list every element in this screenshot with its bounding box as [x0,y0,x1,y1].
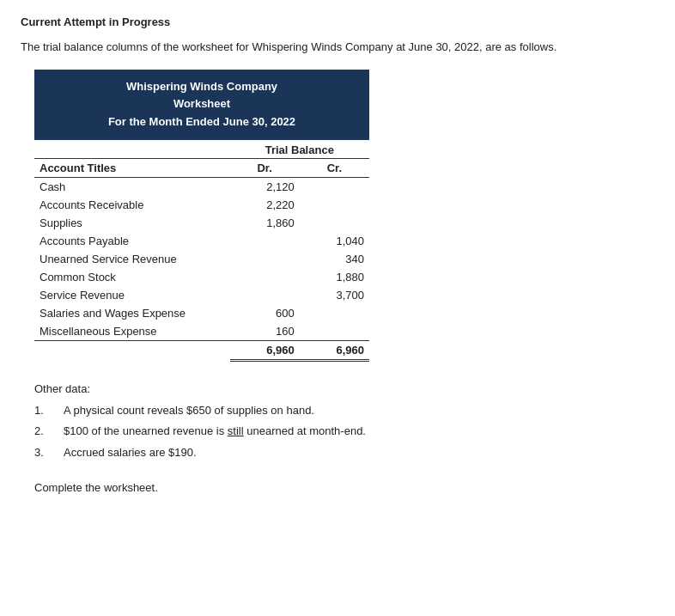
other-data-list: 1.A physical count reveals $650 of suppl… [34,402,654,461]
dr-cell: 2,220 [230,196,300,214]
trial-balance-col-header: Trial Balance [230,140,369,159]
dr-cell: 160 [230,322,300,341]
complete-label: Complete the worksheet. [34,481,654,494]
cr-cell [300,214,369,232]
total-row: 6,9606,960 [34,340,369,360]
trial-balance-header-row: Trial Balance [34,140,369,159]
complete-section: Complete the worksheet. [34,481,654,494]
account-name-cell: Salaries and Wages Expense [34,304,230,322]
other-data-item: 2.$100 of the unearned revenue is still … [34,423,654,440]
table-row: Accounts Receivable2,220 [34,196,369,214]
list-item-num: 2. [34,423,50,440]
account-name-cell: Miscellaneous Expense [34,322,230,341]
cr-header: Cr. [300,158,369,177]
table-row: Miscellaneous Expense160 [34,322,369,341]
other-data-item: 1.A physical count reveals $650 of suppl… [34,402,654,419]
table-row: Salaries and Wages Expense600 [34,304,369,322]
dr-cell [230,268,300,286]
account-name-cell: Unearned Service Revenue [34,250,230,268]
company-name: Whispering Winds Company [45,78,359,96]
dr-header: Dr. [230,158,300,177]
worksheet-container: Whispering Winds Company Worksheet For t… [34,70,369,362]
total-cr-cell: 6,960 [300,340,369,360]
account-name-cell: Accounts Receivable [34,196,230,214]
table-row: Accounts Payable1,040 [34,232,369,250]
cr-cell: 1,880 [300,268,369,286]
account-titles-header: Account Titles [34,158,230,177]
current-attempt-text: Current Attempt in Progress [21,15,654,28]
cr-cell: 3,700 [300,286,369,304]
dr-cell [230,232,300,250]
other-data-title: Other data: [34,382,654,395]
dr-cell: 2,120 [230,177,300,196]
table-row: Cash2,120 [34,177,369,196]
dr-cell: 1,860 [230,214,300,232]
account-name-cell: Accounts Payable [34,232,230,250]
worksheet-header: Whispering Winds Company Worksheet For t… [34,70,369,140]
list-item-num: 3. [34,444,50,461]
account-name-cell: Cash [34,177,230,196]
dr-cell: 600 [230,304,300,322]
other-data-item: 3.Accrued salaries are $190. [34,444,654,461]
total-account-cell [34,340,230,360]
cr-cell [300,196,369,214]
table-row: Common Stock1,880 [34,268,369,286]
account-name-cell: Common Stock [34,268,230,286]
trial-balance-table: Trial Balance Account Titles Dr. Cr. Cas… [34,140,369,362]
table-row: Unearned Service Revenue340 [34,250,369,268]
cr-cell [300,322,369,341]
list-item-text: $100 of the unearned revenue is still un… [64,423,366,440]
dr-cell [230,250,300,268]
cr-cell: 340 [300,250,369,268]
cr-cell: 1,040 [300,232,369,250]
dr-cell [230,286,300,304]
cr-cell [300,177,369,196]
other-data-section: Other data: 1.A physical count reveals $… [34,382,654,461]
table-row: Supplies1,860 [34,214,369,232]
worksheet-label: Worksheet [45,95,359,113]
cr-cell [300,304,369,322]
account-name-cell: Service Revenue [34,286,230,304]
sub-header-row: Account Titles Dr. Cr. [34,158,369,177]
current-attempt-banner: Current Attempt in Progress [21,15,654,28]
period-label: For the Month Ended June 30, 2022 [45,113,359,131]
list-item-text: A physical count reveals $650 of supplie… [64,402,314,419]
list-item-text: Accrued salaries are $190. [64,444,197,461]
account-col-spacer [34,140,230,159]
account-name-cell: Supplies [34,214,230,232]
total-dr-cell: 6,960 [230,340,300,360]
table-row: Service Revenue3,700 [34,286,369,304]
list-item-num: 1. [34,402,50,419]
intro-paragraph: The trial balance columns of the workshe… [21,39,654,56]
